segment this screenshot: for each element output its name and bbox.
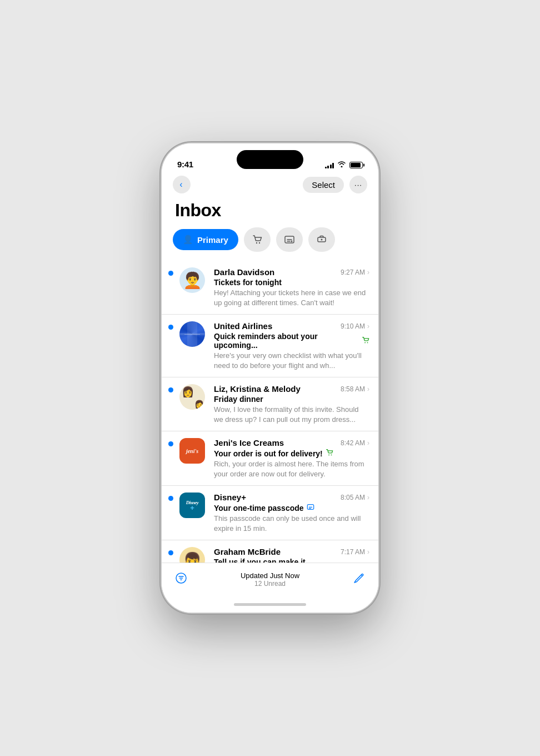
status-icons	[325, 161, 363, 169]
tab-transactions[interactable]	[276, 227, 303, 252]
compose-button[interactable]	[353, 572, 365, 587]
email-chevron-icon: ›	[367, 494, 369, 501]
avatar-image	[179, 321, 205, 347]
email-chevron-icon: ›	[367, 385, 369, 393]
back-button[interactable]: ‹	[173, 176, 191, 193]
email-chevron-icon: ›	[367, 322, 369, 330]
dynamic-island	[237, 150, 303, 169]
email-time: 9:27 AM	[341, 268, 365, 276]
email-time: 8:58 AM	[341, 385, 365, 393]
category-tabs: 👤 Primary	[162, 227, 378, 261]
scroll-content[interactable]: Inbox 👤 Primary	[162, 198, 378, 563]
avatar: 👩 👩	[179, 384, 208, 410]
svg-point-3	[291, 241, 292, 242]
email-preview: Here's your very own checklist with what…	[214, 351, 369, 370]
signal-icon	[325, 162, 334, 168]
email-content: Graham McBride 7:17 AM › Tell us if you …	[214, 547, 369, 563]
email-chevron-icon: ›	[367, 548, 369, 556]
email-header: Disney+ 8:05 AM ›	[214, 493, 369, 502]
email-preview: Hey! Attaching your tickets here in case…	[214, 288, 369, 307]
unread-indicator	[168, 547, 179, 555]
avatar-image: jeni's	[179, 438, 205, 464]
email-header: Liz, Kristina & Melody 8:58 AM ›	[214, 384, 369, 394]
wifi-icon	[337, 161, 346, 169]
sync-status: Updated Just Now 12 Unread	[241, 571, 299, 588]
email-item[interactable]: 👦 Graham McBride 7:17 AM › Tell us	[162, 540, 378, 563]
email-chevron-icon: ›	[367, 268, 369, 276]
unread-dot	[168, 325, 173, 330]
unread-label: 12 Unread	[241, 580, 299, 588]
unread-dot	[168, 550, 173, 555]
email-subject: Friday dinner	[214, 395, 369, 404]
email-time-row: 8:05 AM ›	[341, 494, 369, 501]
tab-promos[interactable]	[308, 227, 335, 252]
unread-indicator	[168, 267, 179, 276]
tab-shopping[interactable]	[244, 227, 271, 252]
email-sender: United Airlines	[214, 321, 272, 331]
primary-person-icon: 👤	[183, 235, 193, 245]
home-bar	[234, 603, 306, 606]
unread-indicator	[168, 321, 179, 330]
unread-dot	[168, 496, 173, 501]
email-preview: Wow, I love the formality of this invite…	[214, 405, 369, 424]
avatar-image: 🧑‍🦱	[179, 267, 205, 293]
email-sender: Darla Davidson	[214, 267, 274, 277]
back-chevron-icon: ‹	[179, 180, 182, 190]
unread-indicator	[168, 493, 179, 501]
email-time-row: 9:10 AM ›	[341, 322, 369, 330]
email-header: Graham McBride 7:17 AM ›	[214, 547, 369, 556]
svg-point-6	[367, 342, 368, 343]
svg-point-0	[256, 242, 257, 243]
email-subject: Your order is out for delivery!	[214, 449, 369, 458]
unread-dot	[168, 387, 173, 392]
avatar-image: Disney +	[179, 493, 205, 518]
email-time: 8:05 AM	[341, 494, 365, 501]
select-button[interactable]: Select	[303, 177, 344, 193]
email-subject: Tell us if you can make it	[214, 558, 369, 563]
unread-indicator	[168, 438, 179, 446]
email-preview: Rich, your order is almost here. The ite…	[214, 459, 369, 479]
email-sender: Liz, Kristina & Melody	[214, 384, 301, 394]
email-time: 8:42 AM	[341, 439, 365, 447]
email-content: Darla Davidson 9:27 AM › Tickets for ton…	[214, 267, 369, 307]
phone-screen: 9:41	[162, 143, 378, 613]
email-sender: Disney+	[214, 493, 246, 502]
status-time: 9:41	[177, 160, 193, 169]
email-time: 7:17 AM	[341, 548, 365, 556]
tab-primary[interactable]: 👤 Primary	[173, 229, 238, 250]
home-indicator	[162, 596, 378, 613]
email-content: Disney+ 8:05 AM › Your one-time passcode	[214, 493, 369, 533]
email-item[interactable]: 👩 👩 Liz, Kristina & Melody 8:58 AM ›	[162, 377, 378, 431]
email-content: Liz, Kristina & Melody 8:58 AM › Friday …	[214, 384, 369, 424]
email-time: 9:10 AM	[341, 322, 365, 330]
more-button[interactable]: ···	[349, 176, 367, 193]
unread-dot	[168, 271, 173, 276]
category-badge	[326, 449, 333, 458]
email-time-row: 8:58 AM ›	[341, 385, 369, 393]
email-list: 🧑‍🦱 Darla Davidson 9:27 AM › Ticke	[162, 261, 378, 563]
nav-bar: ‹ Select ···	[162, 173, 378, 198]
avatar: Disney +	[179, 493, 208, 518]
avatar: 👦	[179, 547, 208, 563]
avatar: jeni's	[179, 438, 208, 464]
email-item[interactable]: Disney + Disney+ 8:05 AM ›	[162, 486, 378, 540]
avatar-image: 👩 👩	[179, 384, 205, 410]
email-subject: Tickets for tonight	[214, 278, 369, 287]
email-header: United Airlines 9:10 AM ›	[214, 321, 369, 331]
email-item[interactable]: 🧑‍🦱 Darla Davidson 9:27 AM › Ticke	[162, 261, 378, 315]
email-time-row: 9:27 AM ›	[341, 268, 369, 276]
avatar: 🧑‍🦱	[179, 267, 208, 293]
email-subject: Quick reminders about your upcoming...	[214, 332, 369, 350]
email-item[interactable]: United Airlines 9:10 AM › Quick reminder…	[162, 315, 378, 377]
updated-label: Updated Just Now	[241, 571, 299, 580]
filter-button[interactable]	[175, 572, 187, 587]
email-header: Darla Davidson 9:27 AM ›	[214, 267, 369, 277]
category-badge	[307, 503, 314, 513]
email-item[interactable]: jeni's Jeni's Ice Creams 8:42 AM › Y	[162, 431, 378, 486]
inbox-title: Inbox	[162, 198, 378, 227]
unread-dot	[168, 441, 173, 446]
svg-point-7	[328, 455, 329, 456]
category-badge	[362, 336, 369, 346]
phone-frame: 9:41	[162, 143, 378, 613]
tab-primary-label: Primary	[197, 235, 228, 245]
